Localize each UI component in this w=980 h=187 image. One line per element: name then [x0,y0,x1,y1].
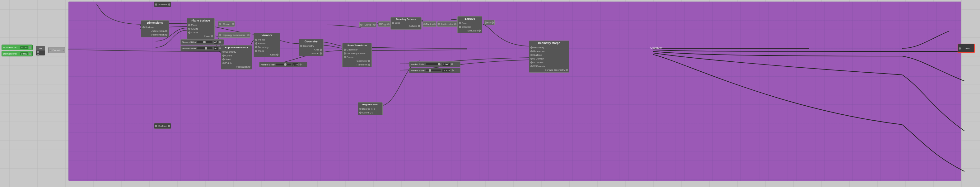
slider-50-node[interactable]: Number Slider 50 [180,45,224,51]
slider-40-node[interactable]: Number Slider 40 [180,39,224,45]
populate-geometry-header: Populate Geometry [221,45,252,50]
dimensions-header: Dimensions [141,21,169,25]
slider-40-value: 40 [213,40,218,44]
factor-node[interactable]: Factor [423,21,436,27]
slider-1000-label: Number Slider [410,63,425,66]
populate-geometry-node[interactable]: Populate Geometry Geometry Count Seed Po… [221,45,252,69]
scale-header: Scale Transform [342,43,371,47]
boundary-surfaces-header: Boundary Surfaces [391,18,421,21]
factor-label: Factor [426,23,433,26]
domain-start-port [29,46,31,49]
boundary-surfaces-node[interactable]: Boundary Surfaces Edge Surfaces [390,17,422,30]
scale-transform-node[interactable]: Scale Transform Geometry Geometry Center… [342,43,372,67]
slider-1821-node[interactable]: Number Slider -1.821 [409,68,460,73]
construct-domain-header: De [36,46,45,51]
surface-top-label: Surface [157,3,168,6]
geometry-morph-header: Geometry Morph [529,41,569,45]
slider-1000-value: 1.000 [442,62,450,66]
geometry-morph-node[interactable]: Geometry Morph Geometry Reference Surfac… [529,40,570,73]
unit-vector-node[interactable]: Unit vector [437,21,457,27]
degree-count-node[interactable]: Degree/Count Degree ◇ 2 Count ◇ 3 [358,102,383,115]
final-output-node[interactable]: Geo [958,44,975,53]
construct-domain-node[interactable]: De [36,46,45,56]
slider-075-node[interactable]: Number Slider 0.75 [259,62,307,67]
curve-param-node[interactable]: Curve [360,22,377,27]
slider-40-label: Number Slider [182,41,196,43]
domain-start-value: 0.150 [20,46,28,49]
extrude-node[interactable]: Extrude Base Direction Extrusion [457,16,482,34]
geometry-area-node[interactable]: Geometry Geometry Area Centroid [299,39,323,56]
voronoi-node[interactable]: Voronoi Points Radius Boundary Plane Cel… [253,33,280,58]
slider-075-label: Number Slider [261,64,275,66]
final-output-label: Geo [961,47,974,50]
curve-input-label: Curve [221,23,232,26]
extrude-header: Extrude [458,16,482,21]
domain-output-node[interactable]: Domain [48,47,65,53]
box-label: Box [487,21,492,24]
surface-top-node[interactable]: Surface [154,2,171,7]
slider-1821-label: Number Slider [410,69,425,72]
domain-end-label: Domain end [3,52,20,55]
dimensions-node[interactable]: Dimensions Surface U dimension V dimensi… [141,20,169,37]
domain-end-node[interactable]: Domain end 0.850 [2,51,33,56]
plane-surface-node[interactable]: Plane Surface Plane X Size Y Size Plane [187,18,215,39]
box-node[interactable]: Box [484,20,495,25]
unit-vector-label: Unit vector [440,23,454,26]
edge-node[interactable]: Edge [378,21,390,27]
surface-bottom-label: Surface [157,125,168,128]
domain-end-value: 0.850 [20,52,28,55]
surface-bottom-node[interactable]: Surface [154,123,171,129]
curve-param-label: Curve [363,23,373,26]
domain-start-label: Domain start [3,46,20,49]
curve-input-node[interactable]: Curve [218,21,235,27]
degree-count-header: Degree/Count [358,102,382,107]
geometry-area-header: Geometry [299,39,323,44]
domain-end-port [29,53,31,55]
domain-start-node[interactable]: Domain start 0.150 [2,45,33,50]
slider-50-label: Number Slider [182,47,196,50]
domain-output-label: Domain [52,49,62,52]
slider-50-value: 50 [213,47,218,50]
plane-surface-header: Plane Surface [187,18,214,23]
slider-1000-node[interactable]: Number Slider 1.000 [409,61,460,67]
topology-component-node[interactable]: topology component [218,32,250,38]
slider-1821-value: -1.821 [442,69,451,72]
edge-label: Edge [381,23,387,26]
slider-075-value: 0.75 [292,63,299,66]
topology-label: topology component [221,34,247,37]
voronoi-header: Voronoi [254,33,280,37]
geometry-output-label: Geometry [650,46,663,49]
